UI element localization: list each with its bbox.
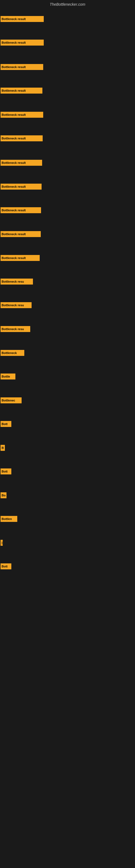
bottleneck-bar-1: Bottleneck result [1,16,44,22]
bar-row-24: Bott [1,562,11,570]
bar-row-12: Bottleneck resu [1,278,33,286]
bar-row-13: Bottleneck resu [1,301,32,309]
bottleneck-bar-22: Bottlen [1,516,17,522]
bar-row-1: Bottleneck result [1,15,44,23]
bottleneck-bar-8: Bottleneck result [1,184,42,190]
bar-row-21: Bo [1,491,6,499]
bottleneck-bar-9: Bottleneck result [1,207,41,213]
bar-row-7: Bottleneck result [1,159,42,167]
bar-row-8: Bottleneck result [1,183,42,191]
bottleneck-bar-12: Bottleneck resu [1,279,33,284]
bar-row-11: Bottleneck result [1,254,40,262]
bar-row-2: Bottleneck result [1,38,44,46]
bottleneck-bar-20: Bott [1,468,11,474]
bar-row-15: Bottleneck [1,349,24,357]
bottleneck-bar-15: Bottleneck [1,350,24,356]
bottleneck-bar-3: Bottleneck result [1,64,43,70]
bottleneck-bar-24: Bott [1,563,11,569]
bottleneck-bar-21: Bo [1,492,6,498]
bar-row-23: | [1,539,3,547]
bar-row-5: Bottleneck result [1,111,43,119]
bar-row-3: Bottleneck result [1,63,43,71]
bottleneck-bar-19: B [1,445,5,451]
bottleneck-bar-13: Bottleneck resu [1,302,32,308]
bar-row-17: Bottlenec [1,396,21,404]
bottleneck-bar-14: Bottleneck resu [1,326,30,332]
bottleneck-bar-2: Bottleneck result [1,40,44,45]
bar-row-19: B [1,444,5,452]
bottleneck-bar-4: Bottleneck result [1,88,42,94]
bar-row-14: Bottleneck resu [1,325,30,333]
bar-row-6: Bottleneck result [1,134,43,143]
bottleneck-bar-17: Bottlenec [1,397,21,403]
bars-container: Bottleneck resultBottleneck resultBottle… [0,8,135,867]
bottleneck-bar-6: Bottleneck result [1,135,43,141]
bottleneck-bar-16: Bottle [1,373,15,379]
bottleneck-bar-10: Bottleneck result [1,231,41,237]
bottleneck-bar-7: Bottleneck result [1,160,42,166]
bottleneck-bar-23: | [1,540,3,546]
bar-row-9: Bottleneck result [1,206,41,214]
bar-row-4: Bottleneck result [1,87,42,95]
bar-row-22: Bottlen [1,515,17,523]
bar-row-10: Bottleneck result [1,230,41,238]
bar-row-18: Bott [1,420,11,428]
site-title: TheBottlenecker.com [0,0,135,8]
page-wrapper: TheBottlenecker.com Bottleneck resultBot… [0,0,135,868]
bar-row-16: Bottle [1,372,15,380]
bottleneck-bar-18: Bott [1,421,11,427]
bottleneck-bar-11: Bottleneck result [1,255,40,261]
bottleneck-bar-5: Bottleneck result [1,112,43,118]
bar-row-20: Bott [1,467,11,475]
